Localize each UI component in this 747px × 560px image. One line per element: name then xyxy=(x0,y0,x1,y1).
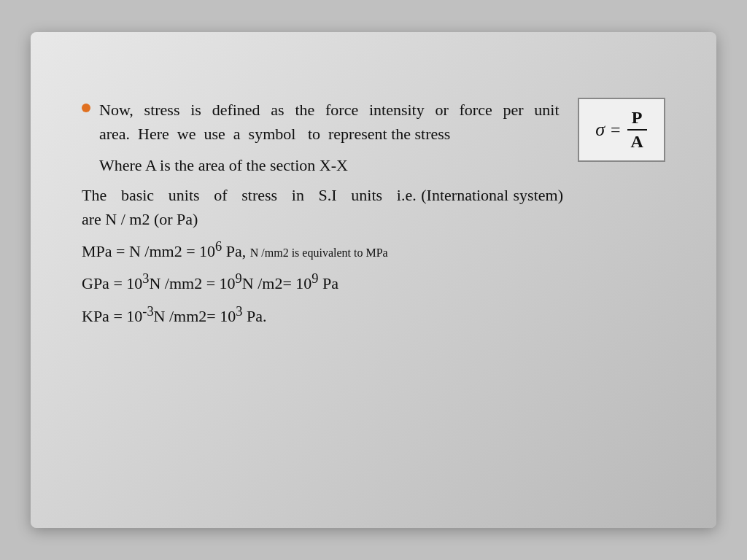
sigma-symbol: σ xyxy=(595,119,605,141)
equals-symbol: = xyxy=(611,120,621,140)
content-area: Now, stress is defined as the force inte… xyxy=(82,98,665,334)
text-content: Now, stress is defined as the force inte… xyxy=(82,98,578,334)
denominator: A xyxy=(627,131,648,152)
formula-inner: σ = P A xyxy=(595,108,648,152)
formula-box: σ = P A xyxy=(578,98,665,162)
where-line: Where A is the area of the section X-X xyxy=(99,153,563,177)
si-units-line: The basic units of stress in S.I units i… xyxy=(82,183,563,231)
bullet-dot xyxy=(82,104,90,112)
kpa-line: KPa = 10-3N /mm2= 103 Pa. xyxy=(82,302,563,328)
numerator: P xyxy=(627,108,647,131)
bullet-text-1: Now, stress is defined as the force inte… xyxy=(99,98,563,146)
gpa-line: GPa = 103N /mm2 = 109N /m2= 109 Pa xyxy=(82,269,563,295)
bullet-item-1: Now, stress is defined as the force inte… xyxy=(82,98,563,146)
mpa-line: MPa = N /mm2 = 106 Pa, N /mm2 is equival… xyxy=(82,237,563,263)
fraction: P A xyxy=(627,108,648,152)
slide: Now, stress is defined as the force inte… xyxy=(31,32,716,528)
